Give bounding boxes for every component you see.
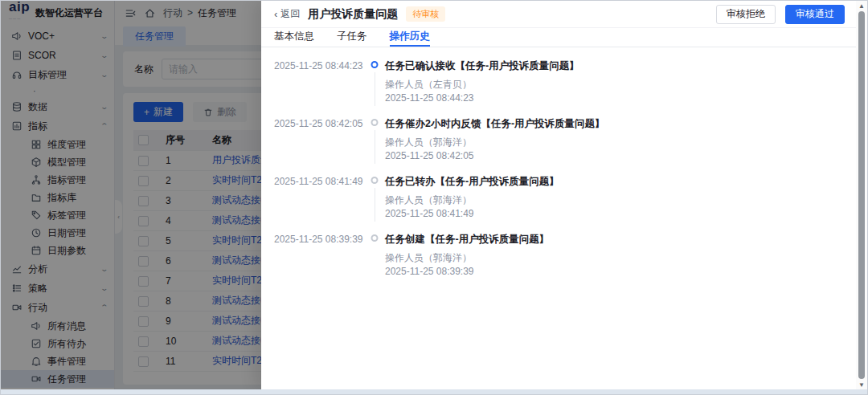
timeline-title: 任务已转办【任务-用户投诉质量问题】: [385, 175, 843, 189]
timeline-time: 2025-11-25 08:41:49: [274, 175, 364, 221]
horizontal-scrollbar-track[interactable]: [1, 389, 867, 394]
scrollbar-thumb[interactable]: [858, 11, 865, 379]
modal-overlay[interactable]: [1, 1, 261, 389]
timeline-entry: 2025-11-25 08:44:23任务已确认接收【任务-用户投诉质量问题】操…: [274, 59, 843, 117]
back-arrow-icon: ‹: [274, 9, 277, 19]
timeline-time: 2025-11-25 08:44:23: [274, 59, 364, 105]
timeline-dot-icon: [371, 234, 379, 242]
operation-history-timeline: 2025-11-25 08:44:23任务已确认接收【任务-用户投诉质量问题】操…: [261, 47, 856, 389]
timeline-entry: 2025-11-25 08:41:49任务已转办【任务-用户投诉质量问题】操作人…: [274, 175, 843, 233]
drawer-tab-操作历史[interactable]: 操作历史: [390, 28, 430, 47]
timeline-operator: 操作人员（郭海洋）: [385, 136, 843, 149]
timeline-operator: 操作人员（左青贝）: [385, 78, 843, 92]
timeline-node: [364, 59, 385, 105]
task-detail-drawer: ‹ 返回 用户投诉质量问题 待审核 审核拒绝 审核通过 基本信息子任务操作历史 …: [261, 1, 856, 389]
timeline-dot-icon: [371, 119, 379, 126]
scroll-up-arrow-icon[interactable]: ▲: [856, 2, 867, 10]
timeline-entry: 2025-11-25 08:39:39任务创建【任务-用户投诉质量问题】操作人员…: [274, 233, 843, 291]
timeline-title: 任务创建【任务-用户投诉质量问题】: [385, 233, 843, 246]
timeline-node: [364, 233, 385, 279]
vertical-scrollbar[interactable]: ▲ ▼: [856, 1, 867, 389]
drawer-title: 用户投诉质量问题: [308, 7, 398, 22]
timeline-time: 2025-11-25 08:39:39: [274, 233, 364, 279]
timeline-title: 任务已确认接收【任务-用户投诉质量问题】: [385, 59, 843, 73]
drawer-tab-子任务[interactable]: 子任务: [337, 28, 367, 47]
timeline-timestamp: 2025-11-25 08:41:49: [385, 207, 843, 221]
app-background: aip— — — 数智化运营平台 VOC+⌄SCOR⌄目标管理⌄·数据⌄指标⌃维…: [1, 1, 856, 389]
timeline-node: [364, 175, 385, 221]
timeline-operator: 操作人员（郭海洋）: [385, 251, 843, 265]
timeline-timestamp: 2025-11-25 08:39:39: [385, 265, 843, 279]
timeline-node: [364, 117, 385, 163]
timeline-timestamp: 2025-11-25 08:44:23: [385, 92, 843, 105]
timeline-title: 任务催办2小时内反馈【任务-用户投诉质量问题】: [385, 117, 843, 131]
drawer-tabs: 基本信息子任务操作历史: [261, 28, 856, 47]
status-badge: 待审核: [406, 6, 445, 22]
back-button[interactable]: ‹ 返回: [274, 7, 300, 21]
timeline-time: 2025-11-25 08:42:05: [274, 117, 364, 163]
timeline-operator: 操作人员（郭海洋）: [385, 193, 843, 207]
approve-button[interactable]: 审核通过: [785, 5, 845, 24]
timeline-dot-icon: [371, 177, 379, 184]
reject-button[interactable]: 审核拒绝: [716, 5, 776, 24]
timeline-dot-icon: [371, 61, 379, 68]
scroll-down-arrow-icon[interactable]: ▼: [856, 381, 867, 389]
drawer-tab-基本信息[interactable]: 基本信息: [274, 28, 314, 47]
timeline-entry: 2025-11-25 08:42:05任务催办2小时内反馈【任务-用户投诉质量问…: [274, 117, 843, 175]
timeline-timestamp: 2025-11-25 08:42:05: [385, 149, 843, 163]
app-window: aip— — — 数智化运营平台 VOC+⌄SCOR⌄目标管理⌄·数据⌄指标⌃维…: [0, 0, 868, 395]
drawer-header: ‹ 返回 用户投诉质量问题 待审核 审核拒绝 审核通过: [261, 1, 856, 28]
